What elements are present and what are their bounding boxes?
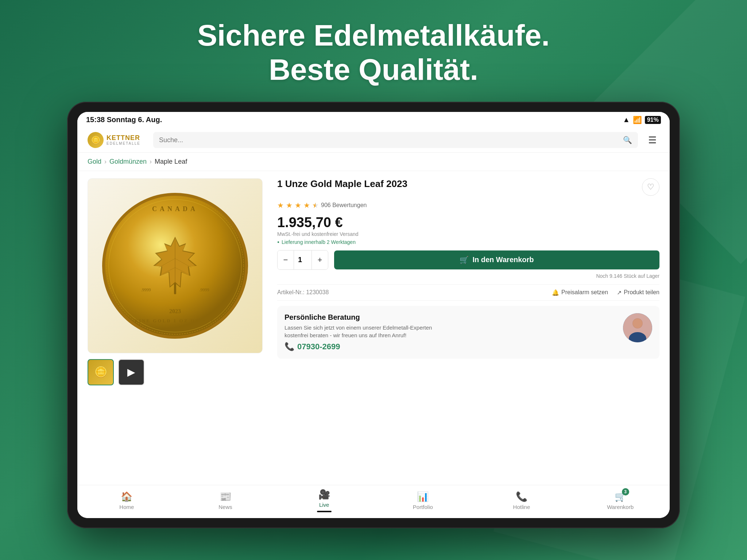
share-button[interactable]: ↗ Produkt teilen: [617, 289, 659, 296]
add-to-cart-label: In den Warenkorb: [472, 256, 534, 264]
share-icon: ↗: [617, 289, 622, 296]
nav-live-label: Live: [319, 502, 329, 508]
nav-portfolio[interactable]: 📊 Portfolio: [401, 491, 445, 510]
quantity-input[interactable]: [294, 250, 312, 269]
content-area: Gold › Goldmünzen › Maple Leaf: [77, 153, 670, 485]
product-images: CANADA FINE GOLD 1 OZ OR PUR .9999 .9999…: [88, 178, 263, 478]
nav-hotline[interactable]: 📞 Hotline: [500, 491, 543, 510]
add-to-cart-button[interactable]: 🛒 In den Warenkorb: [334, 250, 659, 269]
thumbnail-1[interactable]: 🪙: [88, 359, 114, 385]
main-product-image[interactable]: CANADA FINE GOLD 1 OZ OR PUR .9999 .9999…: [88, 178, 263, 353]
star-3: ★: [295, 201, 301, 210]
headline-line2: Beste Qualität.: [269, 53, 478, 86]
price-section: 1.935,70 € MwSt.-frei und kostenfreier V…: [277, 215, 659, 245]
review-count: 906 Bewertungen: [321, 202, 367, 209]
stock-note: Noch 9.146 Stück auf Lager: [596, 273, 659, 279]
svg-rect-4: [174, 283, 176, 294]
nav-news-label: News: [218, 504, 232, 510]
cart-badge-container: 🛒 3: [615, 491, 626, 502]
search-input[interactable]: [159, 136, 619, 144]
headline-text: Sichere Edelmetallkäufe. Beste Qualität.: [197, 18, 550, 87]
consultation-phone[interactable]: 📞 07930-2699: [285, 342, 617, 351]
delivery-info: Lieferung innerhalb 2 Werktagen: [277, 239, 659, 245]
logo-text: KETTNER EDELMETALLE: [107, 135, 140, 146]
cart-badge: 3: [622, 488, 629, 495]
portfolio-icon: 📊: [417, 491, 429, 502]
brand-name: KETTNER: [107, 135, 140, 142]
status-right: ▲ 📶 91%: [623, 116, 661, 124]
nav-news[interactable]: 📰 News: [204, 491, 247, 510]
star-rating: ★ ★ ★ ★ ★★ 906 Bewertungen: [277, 201, 659, 210]
star-2: ★: [286, 201, 293, 210]
status-date: Sonntag 6. Aug.: [107, 116, 162, 124]
breadcrumb-current: Maple Leaf: [155, 158, 187, 166]
brand-sub: EDELMETALLE: [107, 141, 140, 145]
nav-home-label: Home: [119, 504, 134, 510]
wishlist-button[interactable]: ♡: [642, 178, 659, 196]
nav-home[interactable]: 🏠 Home: [105, 491, 148, 510]
meta-actions: 🔔 Preisalarm setzen ↗ Produkt teilen: [552, 289, 659, 296]
news-icon: 📰: [220, 491, 231, 502]
hotline-icon: 📞: [516, 491, 527, 502]
tablet-frame: 15:38 Sonntag 6. Aug. ▲ 📶 91% 🪙 KETTNER …: [67, 102, 680, 528]
live-icon: 🎥: [318, 489, 330, 500]
nav-warenkorb[interactable]: 🛒 3 Warenkorb: [599, 491, 642, 510]
nav-warenkorb-label: Warenkorb: [607, 504, 634, 510]
headline: Sichere Edelmetallkäufe. Beste Qualität.: [197, 18, 550, 87]
nav-portfolio-label: Portfolio: [413, 504, 433, 510]
price-alert-button[interactable]: 🔔 Preisalarm setzen: [552, 289, 608, 296]
breadcrumb: Gold › Goldmünzen › Maple Leaf: [77, 153, 670, 171]
bell-icon: 🔔: [552, 289, 559, 296]
product-area: CANADA FINE GOLD 1 OZ OR PUR .9999 .9999…: [77, 171, 670, 485]
headline-line1: Sichere Edelmetallkäufe.: [197, 19, 550, 52]
signal-icon: 📶: [633, 116, 642, 124]
star-4: ★: [303, 201, 310, 210]
nav-hotline-label: Hotline: [513, 504, 530, 510]
consultant-avatar: [623, 313, 652, 342]
meta-row: Artikel-Nr.: 1230038 🔔 Preisalarm setzen…: [277, 284, 659, 301]
breadcrumb-goldmunzen[interactable]: Goldmünzen: [109, 158, 147, 166]
status-time: 15:38: [86, 116, 105, 124]
battery: 91%: [645, 116, 661, 124]
add-to-cart-row: − + 🛒 In den Warenkorb: [277, 250, 659, 270]
navbar: 🪙 KETTNER EDELMETALLE 🔍 ☰: [77, 128, 670, 153]
quantity-decrease-button[interactable]: −: [278, 250, 294, 269]
svg-text:FINE GOLD 1 OZ OR PUR: FINE GOLD 1 OZ OR PUR: [135, 318, 215, 323]
quantity-control: − +: [277, 250, 328, 270]
quantity-increase-button[interactable]: +: [312, 250, 328, 269]
svg-text:2023: 2023: [169, 308, 181, 314]
wifi-icon: ▲: [623, 116, 630, 124]
search-bar[interactable]: 🔍: [153, 132, 638, 148]
nav-live[interactable]: 🎥 Live: [302, 489, 346, 512]
thumbnails: 🪙 ▶: [88, 359, 263, 385]
breadcrumb-gold[interactable]: Gold: [88, 158, 101, 166]
consultation-title: Persönliche Beratung: [285, 313, 617, 322]
active-indicator: [317, 511, 332, 512]
svg-text:.9999: .9999: [141, 287, 151, 292]
search-icon: 🔍: [623, 136, 632, 144]
product-info: 1 Unze Gold Maple Leaf 2023 ♡ ★ ★ ★ ★ ★★…: [277, 178, 659, 478]
consultation-text: Persönliche Beratung Lassen Sie sich jet…: [285, 313, 617, 351]
consultation-box: Persönliche Beratung Lassen Sie sich jet…: [277, 306, 659, 359]
article-number: Artikel-Nr.: 1230038: [277, 289, 329, 296]
bottom-nav: 🏠 Home 📰 News 🎥 Live 📊 Portfolio 📞 Hotli…: [77, 485, 670, 518]
thumbnail-video[interactable]: ▶: [118, 359, 144, 385]
svg-point-18: [633, 319, 642, 328]
product-title-row: 1 Unze Gold Maple Leaf 2023 ♡: [277, 178, 659, 196]
svg-text:.9999: .9999: [200, 287, 209, 292]
tablet-screen: 15:38 Sonntag 6. Aug. ▲ 📶 91% 🪙 KETTNER …: [77, 112, 670, 518]
svg-text:CANADA: CANADA: [152, 205, 198, 213]
status-time-date: 15:38 Sonntag 6. Aug.: [86, 116, 162, 124]
cart-icon: 🛒: [460, 256, 469, 264]
add-to-cart-section: − + 🛒 In den Warenkorb Noch 9.146 Stück …: [277, 250, 659, 279]
consultation-desc: Lassen Sie sich jetzt von einem unserer …: [285, 324, 617, 339]
home-icon: 🏠: [121, 491, 132, 502]
menu-icon[interactable]: ☰: [645, 132, 659, 149]
logo-area[interactable]: 🪙 KETTNER EDELMETALLE: [88, 132, 146, 148]
status-bar: 15:38 Sonntag 6. Aug. ▲ 📶 91%: [77, 112, 670, 128]
star-half: ★★: [312, 201, 319, 210]
logo-icon: 🪙: [88, 132, 104, 148]
price-note: MwSt.-frei und kostenfreier Versand: [277, 231, 659, 237]
price: 1.935,70 €: [277, 215, 659, 230]
star-1: ★: [277, 201, 284, 210]
